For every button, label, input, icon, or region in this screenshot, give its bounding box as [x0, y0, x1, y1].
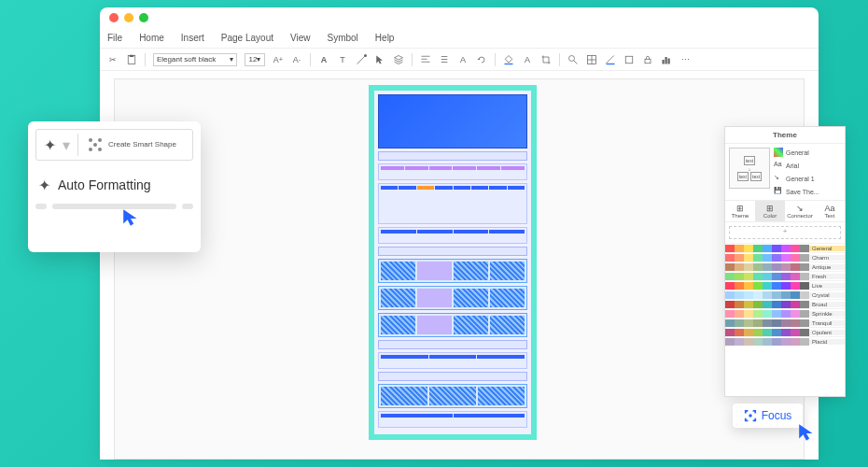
swatch-row-sprinkle[interactable]: Sprinkle: [725, 308, 845, 318]
menu-insert[interactable]: Insert: [181, 33, 204, 43]
svg-point-2: [364, 54, 367, 57]
swatch-row-tranquil[interactable]: Tranquil: [725, 318, 845, 327]
theme-opt-save[interactable]: 💾Save The...: [774, 187, 841, 196]
theme-tab-theme[interactable]: ⊞Theme: [725, 201, 755, 221]
auto-formatting-button[interactable]: ✦ Auto Formatting: [35, 176, 193, 194]
auto-format-popup: ✦ ▾ Create Smart Shape ✦ Auto Formatting: [28, 121, 201, 252]
swatch-row-live[interactable]: Live: [725, 280, 845, 290]
toolbar: ✂ Elegant soft black▾ 12 ▾ A+ A- A T ☰ A…: [100, 49, 819, 71]
svg-rect-7: [625, 56, 633, 64]
svg-rect-3: [505, 63, 513, 64]
line-style-icon[interactable]: [605, 54, 616, 65]
canvas[interactable]: [114, 78, 805, 460]
cursor-icon: [121, 207, 142, 228]
text-style-icon[interactable]: A: [457, 54, 469, 65]
svg-point-14: [89, 148, 92, 151]
swatch-row-general[interactable]: General: [725, 243, 845, 252]
increase-font-icon[interactable]: A+: [273, 54, 284, 65]
auto-formatting-label: Auto Formatting: [58, 177, 151, 192]
layers-icon[interactable]: [393, 54, 404, 65]
theme-opt-general[interactable]: General: [774, 148, 841, 157]
add-theme-button[interactable]: +: [729, 226, 841, 239]
font-size-selector[interactable]: 12 ▾: [245, 53, 265, 66]
svg-point-13: [98, 138, 102, 142]
theme-panel: Theme text ↓ texttext General AaArial ↘G…: [724, 126, 846, 397]
menu-page-layout[interactable]: Page Layout: [221, 33, 273, 43]
menubar: File Home Insert Page Layout View Symbol…: [100, 28, 819, 49]
cursor-icon: [797, 422, 818, 443]
swatch-row-opulent[interactable]: Opulent: [725, 327, 845, 336]
menu-home[interactable]: Home: [139, 33, 164, 43]
theme-tab-connector[interactable]: ↘Connector: [785, 201, 815, 221]
font-selector[interactable]: Elegant soft black▾: [153, 53, 237, 66]
sparkle-icon: ✦: [40, 135, 59, 154]
svg-rect-9: [663, 60, 665, 64]
menu-help[interactable]: Help: [375, 33, 395, 43]
svg-rect-6: [607, 63, 615, 64]
create-smart-shape-label: Create Smart Shape: [108, 140, 176, 149]
focus-icon: [744, 409, 757, 422]
menu-view[interactable]: View: [290, 33, 311, 43]
svg-rect-11: [668, 58, 670, 64]
theme-opt-connector[interactable]: ↘General 1: [774, 174, 841, 183]
pointer-icon[interactable]: [374, 54, 385, 65]
search-icon[interactable]: [567, 54, 579, 65]
swatch-row-placid[interactable]: Placid: [725, 336, 845, 346]
theme-tab-color[interactable]: ⊞Color: [755, 201, 785, 221]
maximize-icon[interactable]: [139, 13, 148, 22]
smart-shape-icon: [86, 135, 105, 154]
close-icon[interactable]: [109, 13, 119, 22]
slider[interactable]: [35, 204, 193, 209]
server-rack-diagram[interactable]: [369, 85, 537, 440]
swatch-row-fresh[interactable]: Fresh: [725, 271, 845, 280]
focus-label: Focus: [762, 409, 792, 422]
svg-point-25: [749, 414, 752, 417]
swatch-row-crystal[interactable]: Crystal: [725, 290, 845, 299]
grid-icon[interactable]: [586, 54, 597, 65]
rotate-icon[interactable]: [476, 54, 487, 65]
font-color-icon[interactable]: A: [522, 54, 533, 65]
svg-rect-8: [645, 59, 651, 64]
swatch-row-broad[interactable]: Broad: [725, 299, 845, 308]
theme-tab-text[interactable]: AaText: [815, 201, 845, 221]
app-window: File Home Insert Page Layout View Symbol…: [100, 7, 819, 460]
fill-icon[interactable]: [503, 54, 514, 65]
svg-point-4: [569, 55, 575, 61]
svg-rect-1: [130, 54, 134, 56]
focus-button[interactable]: Focus: [733, 403, 803, 428]
swatch-row-antique[interactable]: Antique: [725, 262, 845, 271]
bold-icon[interactable]: A: [318, 54, 329, 65]
shape-icon[interactable]: [623, 54, 635, 65]
menu-symbol[interactable]: Symbol: [328, 33, 358, 43]
decrease-font-icon[interactable]: A-: [291, 54, 302, 65]
svg-rect-10: [665, 57, 667, 64]
chart-icon[interactable]: [661, 54, 672, 65]
create-smart-shape-button[interactable]: ✦ ▾ Create Smart Shape: [35, 129, 193, 161]
window-titlebar: [100, 7, 819, 28]
text-icon[interactable]: T: [337, 54, 348, 65]
distribute-icon[interactable]: ☰: [439, 54, 450, 65]
theme-panel-title: Theme: [725, 127, 845, 144]
svg-point-16: [93, 143, 97, 147]
more-icon[interactable]: ⋯: [679, 54, 691, 65]
sparkle-icon: ✦: [35, 176, 52, 194]
paste-icon[interactable]: [126, 54, 137, 65]
connector-icon[interactable]: [356, 54, 367, 65]
minimize-icon[interactable]: [124, 13, 133, 22]
cut-icon[interactable]: ✂: [107, 54, 119, 65]
crop-icon[interactable]: [540, 54, 552, 65]
align-icon[interactable]: [420, 54, 431, 65]
svg-point-15: [98, 148, 102, 151]
lock-icon[interactable]: [642, 54, 653, 65]
theme-preview[interactable]: text ↓ texttext: [729, 148, 770, 189]
svg-point-12: [89, 138, 92, 142]
menu-file[interactable]: File: [107, 33, 122, 43]
theme-opt-font[interactable]: AaArial: [774, 161, 841, 170]
swatch-row-charm[interactable]: Charm: [725, 252, 845, 262]
